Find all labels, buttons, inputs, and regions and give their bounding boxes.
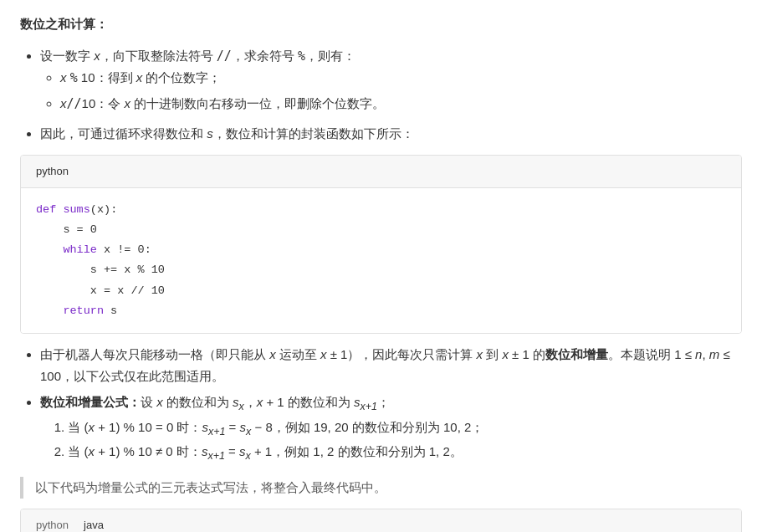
code-block-2: python java (x + 1) % 10 != 0 ? s_x + 1 … (20, 509, 742, 532)
code-block-1-body: def sums(x): s = 0 while x != 0: s += x … (21, 188, 741, 334)
bullet-3: 由于机器人每次只能移动一格（即只能从 x 运动至 x ± 1），因此每次只需计算… (40, 344, 742, 386)
code-block-1-header: python (21, 156, 741, 188)
bullet-1-sub-2: x//10：令 x 的十进制数向右移动一位，即删除个位数字。 (60, 93, 742, 115)
tab-python-2[interactable]: python (33, 514, 72, 532)
blockquote-text: 以下代码为增量公式的三元表达式写法，将整合入最终代码中。 (35, 480, 386, 494)
tab-java-2[interactable]: java (80, 514, 107, 532)
code-block-1: python def sums(x): s = 0 while x != 0: … (20, 155, 742, 335)
section-title: 数位之和计算： (20, 13, 742, 35)
bold-increment: 数位和增量 (545, 347, 608, 361)
bullet-2: 因此，可通过循环求得数位和 s，数位和计算的封装函数如下所示： (40, 123, 742, 145)
tab-python-1[interactable]: python (33, 161, 72, 182)
bullet-1: 设一数字 x，向下取整除法符号 //，求余符号 %，则有： x % 10：得到 … (40, 45, 742, 115)
bold-formula-title: 数位和增量公式： (40, 395, 141, 409)
code-block-2-header: python java (21, 509, 741, 532)
bullet-4: 数位和增量公式：设 x 的数位和为 sx，x + 1 的数位和为 sx+1； 1… (40, 391, 742, 465)
blockquote: 以下代码为增量公式的三元表达式写法，将整合入最终代码中。 (20, 477, 742, 499)
bullet-1-text: 设一数字 x，向下取整除法符号 //，求余符号 %，则有： (40, 49, 355, 63)
bullet-1-sub-1: x % 10：得到 x 的个位数字； (60, 67, 742, 90)
